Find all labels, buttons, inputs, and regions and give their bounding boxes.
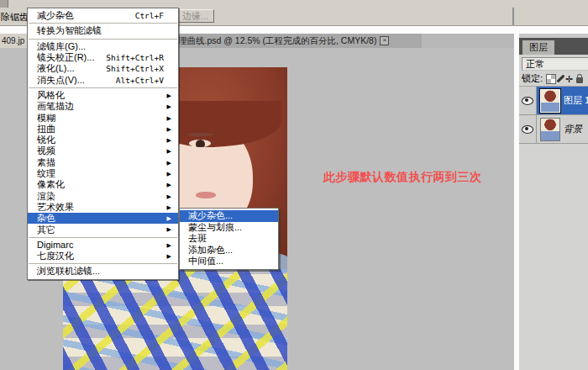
lock-row: 锁定: ✛ xyxy=(519,71,588,87)
filter-menu-item[interactable]: 镜头校正(R)... Shift+Ctrl+R xyxy=(28,52,178,63)
noise-submenu-item[interactable]: 减少杂色... xyxy=(180,210,278,222)
submenu-arrow-icon: ▶ xyxy=(164,135,171,145)
menu-item-label: 其它 xyxy=(37,224,55,236)
menu-item-label: Digimarc xyxy=(37,240,73,250)
filter-menu-item[interactable]: 纹理 ▶ xyxy=(28,168,178,179)
submenu-arrow-icon: ▶ xyxy=(164,202,171,213)
menu-item-shortcut: Alt+Ctrl+V xyxy=(116,76,164,85)
photo-pupil xyxy=(196,140,205,147)
submenu-arrow-icon: ▶ xyxy=(164,157,171,168)
submenu-arrow-icon: ▶ xyxy=(164,251,171,262)
layers-panel-header: 图层 xyxy=(519,38,588,55)
submenu-arrow-icon: ▶ xyxy=(164,240,171,251)
filter-menu-item[interactable]: Digimarc ▶ xyxy=(28,240,178,251)
tab-layers[interactable]: 图层 xyxy=(522,40,554,55)
filter-menu-item[interactable]: 转换为智能滤镜 xyxy=(28,25,178,36)
filter-menu-item[interactable]: 视频 ▶ xyxy=(28,145,178,156)
lock-transparency-icon[interactable] xyxy=(546,74,556,84)
submenu-arrow-icon: ▶ xyxy=(164,90,171,101)
filter-menu-item[interactable]: 像素化 ▶ xyxy=(28,179,178,190)
submenu-arrow-icon: ▶ xyxy=(164,145,171,156)
menubar-item[interactable] xyxy=(24,0,39,8)
photo-sweater-pattern xyxy=(63,269,287,370)
submenu-arrow-icon: ▶ xyxy=(164,191,171,202)
menu-item-label: 浏览联机滤镜... xyxy=(37,265,100,278)
layer-thumbnail[interactable] xyxy=(540,89,560,113)
lock-label: 锁定: xyxy=(522,72,543,85)
filter-menu-item[interactable]: 艺术效果 ▶ xyxy=(28,202,178,213)
lock-all-icon[interactable] xyxy=(576,77,583,83)
photo-lips xyxy=(196,192,216,198)
filter-menu-item[interactable]: 滤镜库(G)... xyxy=(28,41,178,52)
menu-separator xyxy=(29,263,177,264)
menu-item-label: 减少杂色 xyxy=(37,9,74,22)
noise-submenu-item[interactable]: 中间值... xyxy=(180,256,278,267)
menu-separator xyxy=(29,237,177,238)
photo-eye xyxy=(189,140,211,147)
antialias-label: 除锯齿 xyxy=(1,11,29,24)
filter-menu-item[interactable]: 扭曲 ▶ xyxy=(28,124,178,135)
document-title: 理曲线.psd @ 12.5% (工程完成的百分比, CMYK/8) xyxy=(178,35,376,47)
layer-list: 图层 1 背景 xyxy=(519,87,588,144)
options-bar-divider xyxy=(512,8,514,25)
noise-submenu-item[interactable]: 添加杂色... xyxy=(180,245,278,256)
noise-submenu: 减少杂色... 蒙尘与划痕... 去斑 添加杂色... 中间值... xyxy=(179,208,279,270)
submenu-arrow-icon: ▶ xyxy=(164,213,171,224)
refine-edge-button[interactable]: 边缘... xyxy=(176,9,214,23)
photo-eyebrow xyxy=(187,133,214,136)
noise-submenu-item[interactable]: 蒙尘与划痕... xyxy=(180,222,278,234)
submenu-arrow-icon: ▶ xyxy=(164,168,171,179)
visibility-toggle[interactable] xyxy=(519,115,537,143)
layer-row[interactable]: 背景 xyxy=(519,115,588,144)
submenu-arrow-icon: ▶ xyxy=(164,224,171,235)
filter-menu-item[interactable]: 消失点(V)... Alt+Ctrl+V xyxy=(28,74,178,85)
menu-separator xyxy=(29,87,177,88)
submenu-arrow-icon: ▶ xyxy=(164,124,171,135)
filter-menu: 减少杂色 Ctrl+F 转换为智能滤镜 滤镜库(G)... 镜头校正(R)...… xyxy=(27,8,179,280)
menubar-item[interactable] xyxy=(54,0,69,8)
submenu-arrow-icon: ▶ xyxy=(164,113,171,124)
photoshop-window: 除锯齿 边缘... 409.jp 理曲线.psd @ 12.5% (工程完成的百… xyxy=(0,0,588,370)
filter-menu-item[interactable]: 减少杂色 Ctrl+F xyxy=(28,10,178,21)
filter-menu-item[interactable]: 其它 ▶ xyxy=(28,224,178,235)
tab-active-document[interactable]: 理曲线.psd @ 12.5% (工程完成的百分比, CMYK/8) × xyxy=(147,34,422,48)
menu-separator xyxy=(29,39,177,40)
menubar-item[interactable] xyxy=(39,0,54,8)
filter-menu-item[interactable]: 七度汉化 ▶ xyxy=(28,251,178,262)
filter-menu-item[interactable]: 素描 ▶ xyxy=(28,157,178,168)
filter-menu-item[interactable]: 液化(L)... Shift+Ctrl+X xyxy=(28,63,178,74)
filter-menu-item[interactable]: 画笔描边 ▶ xyxy=(28,101,178,112)
annotation-text: 此步骤默认数值执行两到三次 xyxy=(323,170,491,185)
submenu-item-label: 中间值... xyxy=(188,255,223,267)
filter-menu-item[interactable]: 模糊 ▶ xyxy=(28,112,178,123)
menu-separator xyxy=(29,23,177,24)
layer-row[interactable]: 图层 1 xyxy=(519,87,588,115)
menu-item-label: 消失点(V)... xyxy=(37,74,85,87)
menu-item-label: 转换为智能滤镜 xyxy=(37,24,102,37)
menu-item-label: 七度汉化 xyxy=(37,250,74,262)
layers-panel: 图层 正常 锁定: ✛ 图层 1 背景 xyxy=(519,34,588,370)
noise-submenu-item[interactable]: 去斑 xyxy=(180,233,278,245)
filter-menu-item[interactable]: 渲染 ▶ xyxy=(28,190,178,201)
menubar-item[interactable] xyxy=(8,0,24,8)
close-icon[interactable]: × xyxy=(380,36,389,45)
menubar-item[interactable] xyxy=(0,0,8,8)
menu-item-shortcut: Shift+Ctrl+X xyxy=(106,64,164,73)
submenu-arrow-icon: ▶ xyxy=(164,101,171,112)
visibility-toggle[interactable] xyxy=(519,87,537,114)
filter-menu-item[interactable]: 风格化 ▶ xyxy=(28,90,178,101)
filter-menu-item[interactable]: 浏览联机滤镜... xyxy=(28,266,178,277)
tab-label: 409.jp xyxy=(2,36,24,45)
lock-move-icon[interactable]: ✛ xyxy=(565,75,573,83)
layer-name: 背景 xyxy=(564,123,582,135)
lock-paint-icon[interactable] xyxy=(557,75,565,83)
menubar-item[interactable] xyxy=(69,0,84,8)
blend-mode-select[interactable]: 正常 xyxy=(522,57,588,71)
menu-bar-items xyxy=(0,0,84,8)
layer-thumbnail[interactable] xyxy=(540,118,560,141)
menu-item-shortcut: Ctrl+F xyxy=(135,11,164,20)
eye-icon xyxy=(522,125,533,134)
filter-menu-item[interactable]: 杂色 ▶ xyxy=(28,213,178,224)
eye-icon xyxy=(522,97,533,105)
filter-menu-item[interactable]: 锐化 ▶ xyxy=(28,135,178,145)
